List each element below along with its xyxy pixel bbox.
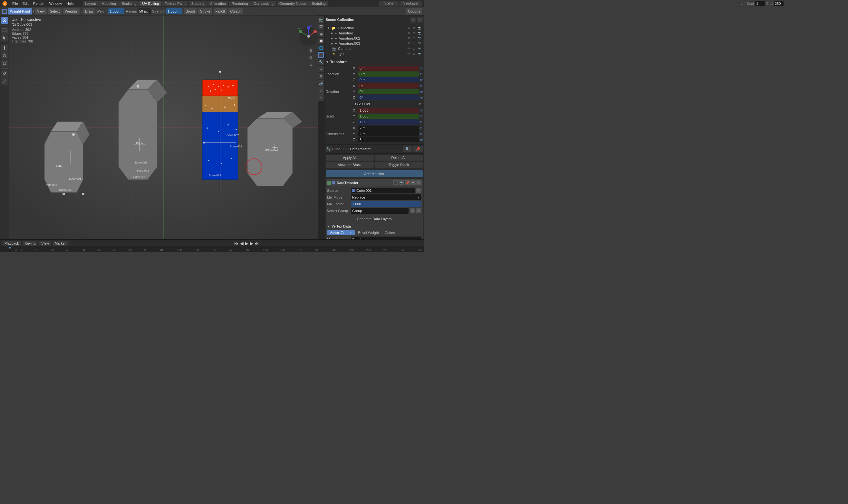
tool-measure[interactable] [1,77,8,85]
rp-output-icon[interactable]: 🖼 [318,23,325,30]
rp-material-icon[interactable]: ○ [318,94,325,101]
tab-uv-editing[interactable]: UV Editing [139,1,161,6]
arm-sel-btn[interactable]: ⊙ [412,31,416,35]
tool-annotate[interactable] [1,70,8,77]
dim-x-input[interactable] [358,126,419,131]
viewport-stack-btn[interactable]: Viewport Stack [326,162,374,168]
rot-mode-field[interactable]: XYZ Euler ▼ [353,101,423,107]
tab-layout[interactable]: Layout [83,1,99,6]
collection-select[interactable]: ⊙ [412,26,416,30]
mode-selector[interactable]: Weight Paint [8,8,32,15]
tab-shading[interactable]: Shading [189,1,207,6]
header-weights[interactable]: Weights [63,8,80,15]
menu-edit[interactable]: Edit [21,1,31,6]
rot-y-input[interactable] [358,89,419,94]
mod-prop-icon[interactable]: 🔧 [326,146,331,151]
rp-render-icon[interactable]: 📷 [318,16,325,23]
menu-file[interactable]: File [10,1,20,6]
dt-vtxgroup-field[interactable]: Group [351,208,409,214]
menu-render[interactable]: Render [31,1,47,6]
dt-close-btn[interactable]: ✕ [416,180,421,185]
arm002-vis-btn[interactable]: 👁 [406,36,411,40]
tool-rotate[interactable] [1,52,8,59]
rp-world-icon[interactable]: 🌐 [318,45,325,51]
timeline-track[interactable]: 0 10 20 30 40 50 60 70 80 90 100 110 120… [0,247,424,252]
stroke-btn[interactable]: Stroke [198,8,212,15]
dt-source-clear[interactable]: ✕ [416,188,421,193]
dt-mixmode-field[interactable]: Replace ▼ [351,194,421,200]
viewport[interactable]: Bone Bone.003 Bone.001 Bone.001 Bone Bo [9,15,318,239]
rot-x-link[interactable]: ⟳ [420,84,423,88]
header-select[interactable]: Select [48,8,62,15]
tab-rendering[interactable]: Rendering [229,1,251,6]
outliner-add-btn[interactable]: + [417,17,423,22]
generate-data-layers-btn[interactable]: Generate Data Layers [327,216,421,222]
vd-tab-groups[interactable]: Vertex Groups [327,230,355,235]
tab-texture-paint[interactable]: Texture Paint [162,1,188,6]
vd-tab-bevel[interactable]: Bevel Weight [356,230,381,235]
cam-sel-btn[interactable]: ⊙ [412,46,416,51]
transform-header[interactable]: ▼ Transform [326,59,423,65]
menu-window[interactable]: Window [47,1,64,6]
arm-ren-btn[interactable]: 📷 [417,31,421,35]
draw-btn[interactable]: Draw [83,8,96,15]
jump-end-btn[interactable]: ⏭ [255,241,259,246]
light-sel-btn[interactable]: ⊙ [412,52,416,56]
light-ren-btn[interactable]: 📷 [417,52,421,56]
outliner-collection[interactable]: ▼ 📁 Collection 👁 ⊙ 📷 [326,25,423,31]
strength-input[interactable] [166,8,183,14]
viewlayer-btn[interactable]: ViewLayer [399,1,422,6]
tool-scale[interactable] [1,60,8,67]
modifier-pin-btn[interactable]: 📌 [413,146,423,152]
pb-marker-menu[interactable]: Marker [53,241,68,246]
rot-z-input[interactable] [358,95,419,100]
play-btn[interactable]: ▶ [245,241,248,246]
rot-z-link[interactable]: ⟳ [420,96,423,100]
falloff-btn[interactable]: Falloff [213,8,227,15]
light-vis-btn[interactable]: 👁 [406,52,411,56]
collection-render[interactable]: 📷 [417,26,421,30]
vertex-data-header[interactable]: ▼ Vertex Data [327,224,421,229]
pb-playback-menu[interactable]: Playback [3,241,21,246]
loc-z-link[interactable]: ⟳ [420,78,423,82]
outliner-armature-002[interactable]: ▶ ✦ Armature.002 👁 ⊙ 📷 [330,36,423,41]
dt-mixfactor-field[interactable]: 1.000 [351,201,421,207]
datatransfer-enable[interactable] [327,181,331,185]
rp-data-icon[interactable]: △ [318,87,325,94]
rp-constraints-icon[interactable]: 🔗 [318,80,325,87]
rp-physics-icon[interactable]: ⚙ [318,73,325,79]
tool-move[interactable] [1,44,8,52]
dt-more-btn[interactable]: ▼ [411,180,416,185]
menu-help[interactable]: Help [65,1,76,6]
radius-input[interactable] [138,8,151,14]
scale-x-link[interactable]: ⟳ [420,109,423,112]
outliner-light[interactable]: ☀ Light 👁 ⊙ 📷 [330,51,423,56]
brush-btn[interactable]: Brush [184,8,197,15]
mapping-field[interactable]: Topology ▼ [351,237,421,239]
cam-ren-btn[interactable]: 📷 [417,46,421,51]
arm003-vis-btn[interactable]: 👁 [406,41,411,46]
rot-y-link[interactable]: ⟳ [420,90,423,94]
scale-y-input[interactable] [358,114,419,119]
arm003-ren-btn[interactable]: 📷 [417,41,421,46]
scale-y-link[interactable]: ⟳ [420,114,423,118]
vd-tab-colors[interactable]: Colors [382,230,398,235]
arm002-sel-btn[interactable]: ⊙ [412,36,416,40]
tab-sculpting[interactable]: Sculpting [119,1,139,6]
dt-source-field[interactable]: Cube.001 [351,187,415,194]
tab-scripting[interactable]: Scripting [309,1,328,6]
loc-x-link[interactable]: ⟳ [420,67,423,70]
tab-animation[interactable]: Animation [207,1,228,6]
rp-viewlayer-icon[interactable]: ◉ [318,31,325,37]
dt-render-btn[interactable]: 📷 [399,180,404,185]
cam-vis-btn[interactable]: 👁 [406,46,411,51]
collection-visibility[interactable]: 👁 [406,26,411,30]
search-modifier-btn[interactable]: 🔍 [403,146,412,152]
step-fwd-btn[interactable]: ▶ [250,241,253,246]
outliner-camera[interactable]: 📷 Camera 👁 ⊙ 📷 [330,46,423,51]
jump-start-btn[interactable]: ⏮ [234,241,239,246]
tab-compositing[interactable]: Compositing [251,1,276,6]
step-back-btn[interactable]: ◀ [240,241,244,246]
loc-y-input[interactable] [358,71,419,77]
dt-vtxgroup-add[interactable]: + [416,208,421,213]
